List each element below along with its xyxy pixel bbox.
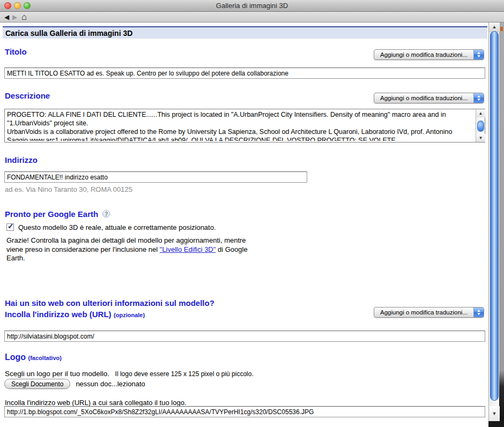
arrow-down-icon: ▼	[492, 411, 497, 416]
website-heading-line2: Incolla l'indirizzo web (URL)	[5, 310, 112, 319]
descrizione-textarea[interactable]: PROGETTO: ALLA FINE I DATI DEL CLIENTE..…	[4, 109, 485, 143]
indirizzo-heading: Indirizzo	[5, 155, 38, 164]
back-icon[interactable]: ◀	[4, 12, 9, 23]
google-earth-checkbox[interactable]: ✓	[6, 223, 14, 231]
website-heading-line1: Hai un sito web con ulteriori informazio…	[5, 298, 214, 308]
arrow-down-icon: ▼	[479, 136, 483, 140]
browser-toolbar: ◀ ▶ ⌂	[0, 12, 504, 23]
zoom-button[interactable]	[24, 2, 31, 9]
google-earth-checkbox-label: Questo modello 3D è reale, attuale e cor…	[18, 223, 216, 231]
window-corner	[488, 421, 504, 427]
logo-optional-label: (facoltativo)	[28, 355, 62, 361]
logo-url-input[interactable]	[4, 406, 485, 417]
page-scrollbar[interactable]: ▲ ▼	[488, 23, 499, 421]
google-earth-heading: Pronto per Google Earth	[5, 209, 98, 219]
translations-popup-label: Aggiungi o modifica traduzioni...	[374, 51, 473, 58]
scrollbar-thumb[interactable]	[490, 31, 499, 401]
translations-popup-titolo[interactable]: Aggiungi o modifica traduzioni...	[374, 49, 484, 60]
window-title: Galleria di immagini 3D	[0, 0, 504, 11]
logo-file-row: Scegli Documento nessun doc...lezionato	[4, 379, 145, 389]
logo-instruction: Scegli un logo per il tuo modello.	[5, 370, 109, 378]
page-header-band: Carica sulla Galleria di immagini 3D	[3, 26, 487, 39]
help-icon[interactable]: ?	[102, 210, 110, 218]
translations-popup-descrizione[interactable]: Aggiungi o modifica traduzioni...	[374, 93, 484, 103]
page-title: Carica sulla Galleria di immagini 3D	[3, 27, 487, 38]
translations-popup-website[interactable]: Aggiungi o modifica traduzioni...	[374, 307, 484, 318]
titlebar: Galleria di immagini 3D	[0, 0, 504, 12]
logo-url-label: Incolla l'indirizzo web (URL) a cui sarà…	[5, 399, 186, 407]
translations-popup-label: Aggiungi o modifica traduzioni...	[374, 309, 473, 316]
popup-stepper-icon	[473, 308, 484, 317]
website-url-input[interactable]	[4, 331, 485, 342]
livello-edifici-3d-link[interactable]: "Livello Edifici 3D"	[160, 245, 216, 253]
website-optional-label: (opzionale)	[114, 312, 145, 318]
website-heading-line2-row: Incolla l'indirizzo web (URL) (opzionale…	[5, 310, 145, 319]
textarea-scrollbar-thumb[interactable]	[477, 121, 484, 132]
textarea-scroll-down-button[interactable]: ▼	[476, 134, 485, 142]
indirizzo-input[interactable]	[4, 171, 307, 183]
logo-heading: Logo	[5, 353, 26, 362]
choose-file-button[interactable]: Scegli Documento	[4, 379, 70, 389]
home-icon[interactable]: ⌂	[21, 12, 27, 23]
desktop-icon-fragment	[500, 27, 503, 31]
indirizzo-hint: ad es. Via Nino Taranto 30, ROMA 00125	[5, 185, 132, 193]
minimize-button[interactable]	[14, 2, 21, 9]
desktop-edge	[499, 23, 504, 427]
arrow-up-icon: ▲	[479, 111, 483, 116]
translations-popup-label: Aggiungi o modifica traduzioni...	[374, 95, 473, 101]
browser-window: Galleria di immagini 3D ◀ ▶ ⌂ ▲ ▼ Carica…	[0, 0, 504, 427]
descrizione-heading: Descrizione	[5, 91, 50, 100]
logo-size-note: Il logo deve essere 125 x 125 pixel o pi…	[115, 370, 254, 378]
google-earth-note: Grazie! Controlla la pagina dei dettagli…	[6, 236, 257, 263]
textarea-scroll-up-button[interactable]: ▲	[476, 109, 485, 117]
check-icon: ✓	[8, 222, 14, 230]
file-status-text: nessun doc...lezionato	[76, 380, 145, 388]
scroll-down-button[interactable]: ▼	[489, 406, 500, 421]
logo-heading-row: Logo (facoltativo)	[5, 353, 62, 362]
close-button[interactable]	[4, 2, 11, 9]
titolo-heading: Titolo	[5, 47, 27, 56]
google-earth-checkbox-row: ✓ Questo modello 3D è reale, attuale e c…	[6, 223, 216, 231]
forward-icon: ▶	[12, 12, 17, 23]
descrizione-text: PROGETTO: ALLA FINE I DATI DEL CLIENTE..…	[7, 110, 473, 141]
google-earth-heading-row: Pronto per Google Earth?	[5, 209, 110, 219]
popup-stepper-icon	[473, 93, 484, 103]
arrow-up-icon: ▲	[492, 25, 497, 29]
titolo-input[interactable]	[4, 68, 485, 79]
logo-instruction-row: Scegli un logo per il tuo modello. Il lo…	[5, 369, 254, 378]
textarea-scrollbar[interactable]: ▲ ▼	[476, 109, 485, 142]
popup-stepper-icon	[473, 50, 484, 59]
